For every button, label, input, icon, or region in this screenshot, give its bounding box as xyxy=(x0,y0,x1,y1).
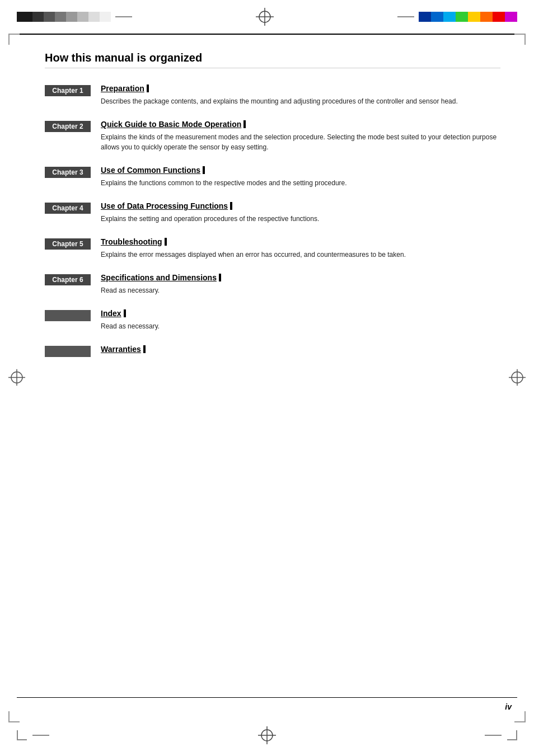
page-title: How this manual is organized xyxy=(45,51,500,68)
title-marker-icon xyxy=(230,202,232,210)
color-block xyxy=(505,12,517,22)
top-crosshair-icon xyxy=(256,8,274,26)
section-dark-block xyxy=(45,346,91,357)
bottom-rule xyxy=(17,697,517,698)
bottom-left-marks xyxy=(17,730,49,740)
left-color-blocks xyxy=(17,12,132,22)
header-line-left xyxy=(115,16,132,17)
chapter-row: Chapter 6Specifications and DimensionsRe… xyxy=(45,273,500,295)
chapter-row: Chapter 5TroubleshootingExplains the err… xyxy=(45,237,500,260)
top-crosshair-area xyxy=(132,8,397,26)
chapter-row: Chapter 1PreparationDescribes the packag… xyxy=(45,84,500,106)
chapter-description: Explains the functions common to the res… xyxy=(101,178,500,188)
section-description: Read as necessary. xyxy=(101,321,500,331)
title-marker-icon xyxy=(147,84,149,92)
chapter-description: Describes the package contents, and expl… xyxy=(101,96,500,106)
bottom-decorative-strip xyxy=(0,714,534,756)
chapter-description: Explains the error messages displayed wh… xyxy=(101,250,500,260)
color-block xyxy=(443,12,456,22)
color-block xyxy=(55,12,66,22)
chapter-title: Troubleshooting xyxy=(101,237,500,246)
page-number: iv xyxy=(17,702,517,711)
color-block xyxy=(44,12,55,22)
bottom-left-corner xyxy=(17,730,27,740)
title-marker-icon xyxy=(124,309,126,317)
bottom-left-line xyxy=(32,735,49,736)
chapter-badge: Chapter 4 xyxy=(45,203,91,214)
color-block xyxy=(480,12,493,22)
top-decorative-strip xyxy=(0,0,534,34)
chapter-content: Quick Guide to Basic Mode OperationExpla… xyxy=(101,120,500,152)
chapter-content: PreparationDescribes the package content… xyxy=(101,84,500,106)
chapter-row: Chapter 2Quick Guide to Basic Mode Opera… xyxy=(45,120,500,152)
color-block xyxy=(419,12,431,22)
extra-section-row: Warranties xyxy=(45,345,500,357)
section-dark-block xyxy=(45,310,91,321)
chapter-content: Specifications and DimensionsRead as nec… xyxy=(101,273,500,295)
chapter-description: Explains the kinds of the measurement mo… xyxy=(101,132,500,152)
color-block xyxy=(456,12,468,22)
bottom-right-marks xyxy=(485,730,517,740)
title-marker-icon xyxy=(143,345,146,353)
chapter-title: Preparation xyxy=(101,84,500,93)
page-wrapper: How this manual is organized Chapter 1Pr… xyxy=(0,0,534,756)
chapter-badge: Chapter 1 xyxy=(45,85,91,96)
title-marker-icon xyxy=(165,238,167,246)
chapters-container: Chapter 1PreparationDescribes the packag… xyxy=(45,84,500,295)
chapter-title: Use of Common Functions xyxy=(101,166,500,175)
extra-section-row: IndexRead as necessary. xyxy=(45,309,500,331)
color-block xyxy=(493,12,505,22)
color-block xyxy=(88,12,100,22)
title-marker-icon xyxy=(243,120,246,128)
chapter-title: Use of Data Processing Functions xyxy=(101,201,500,210)
chapter-badge: Chapter 6 xyxy=(45,274,91,285)
right-color-blocks xyxy=(397,12,517,22)
chapter-row: Chapter 4Use of Data Processing Function… xyxy=(45,201,500,224)
chapter-content: Use of Common FunctionsExplains the func… xyxy=(101,166,500,188)
chapter-title: Quick Guide to Basic Mode Operation xyxy=(101,120,500,129)
bottom-crosshair-area xyxy=(49,726,485,744)
title-marker-icon xyxy=(203,166,205,174)
chapter-title: Specifications and Dimensions xyxy=(101,273,500,282)
section-title: Index xyxy=(101,309,500,318)
chapter-content: TroubleshootingExplains the error messag… xyxy=(101,237,500,260)
color-block xyxy=(431,12,443,22)
chapter-content: Use of Data Processing FunctionsExplains… xyxy=(101,201,500,224)
section-content: Warranties xyxy=(101,345,500,357)
color-block xyxy=(66,12,77,22)
color-block xyxy=(32,12,44,22)
color-block xyxy=(468,12,480,22)
chapter-description: Explains the setting and operation proce… xyxy=(101,214,500,224)
chapter-badge: Chapter 2 xyxy=(45,121,91,132)
extra-sections-container: IndexRead as necessary.Warranties xyxy=(45,309,500,357)
chapter-badge: Chapter 3 xyxy=(45,167,91,178)
main-content: How this manual is organized Chapter 1Pr… xyxy=(0,35,534,387)
color-block xyxy=(100,12,111,22)
chapter-description: Read as necessary. xyxy=(101,285,500,295)
bottom-right-corner xyxy=(507,730,517,740)
section-title: Warranties xyxy=(101,345,500,354)
section-content: IndexRead as necessary. xyxy=(101,309,500,331)
chapter-row: Chapter 3Use of Common FunctionsExplains… xyxy=(45,166,500,188)
bottom-right-line xyxy=(485,735,502,736)
title-marker-icon xyxy=(219,274,221,281)
bottom-crosshair-icon xyxy=(258,726,276,744)
bottom-area: iv xyxy=(0,697,534,711)
color-block xyxy=(77,12,88,22)
color-block xyxy=(17,12,32,22)
header-line-right xyxy=(397,16,414,17)
chapter-badge: Chapter 5 xyxy=(45,238,91,250)
